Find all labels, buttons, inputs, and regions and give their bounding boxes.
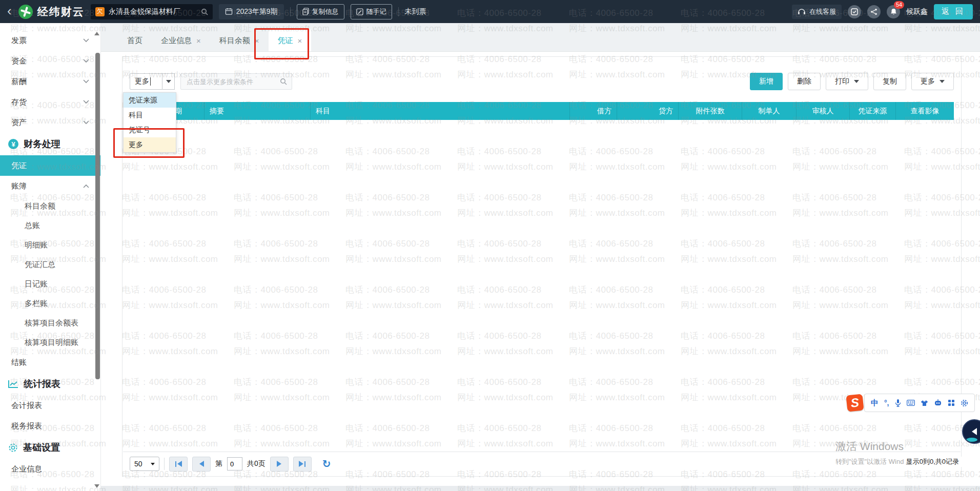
smart-assistant-icon[interactable] xyxy=(934,399,942,406)
period-selector[interactable]: 2023年第9期 xyxy=(219,4,284,19)
chevron-up-icon xyxy=(83,184,89,188)
sidebar-item-label: 资产 xyxy=(11,118,27,128)
company-search[interactable]: 欠 永清县金锐保温材料厂 xyxy=(91,4,213,19)
sidebar-item-结账[interactable]: 结账 xyxy=(0,352,100,373)
scrollbar-up-arrow[interactable] xyxy=(94,32,99,35)
sidebar-item-财务处理[interactable]: ¥财务处理 xyxy=(0,133,100,155)
tab-企业信息[interactable]: 企业信息× xyxy=(152,30,210,51)
sidebar-item-label: 税务报表 xyxy=(11,421,42,431)
brand-logo-icon xyxy=(18,4,33,19)
filter-field-caret-button[interactable] xyxy=(162,73,175,90)
not-arrived-invoice-item[interactable]: 未到票 xyxy=(405,7,426,16)
divider xyxy=(164,458,165,470)
ime-settings-icon[interactable] xyxy=(961,399,968,407)
sidebar-item-核算项目明细账[interactable]: 核算项目明细账 xyxy=(0,333,100,352)
sidebar-item-label: 资金 xyxy=(11,56,27,66)
microphone-icon[interactable] xyxy=(895,399,901,407)
last-page-button[interactable] xyxy=(293,457,312,472)
sidebar-item-发票[interactable]: 发票 xyxy=(0,30,100,51)
search-input[interactable] xyxy=(186,77,280,86)
quick-note-button[interactable]: 随手记 xyxy=(351,4,392,19)
column-header-查看影像[interactable]: 查看影像 xyxy=(896,102,954,120)
tab-首页[interactable]: 首页 xyxy=(118,30,152,51)
notifications-button[interactable]: 54 xyxy=(887,5,900,18)
column-header-摘要[interactable]: 摘要 xyxy=(205,102,311,120)
sidebar-subitem-label: 凭证汇总 xyxy=(25,260,55,270)
sidebar-item-资金[interactable]: 资金 xyxy=(0,51,100,71)
sidebar-item-科目余额[interactable]: 科目余额 xyxy=(0,196,100,216)
sidebar-item-薪酬[interactable]: 薪酬 xyxy=(0,71,100,92)
column-header-贷方[interactable]: 贷方 xyxy=(617,102,679,120)
action-buttons: 新增删除打印复制更多 xyxy=(750,73,954,90)
column-header-科目[interactable]: 科目 xyxy=(311,102,570,120)
notification-badge: 54 xyxy=(894,1,904,9)
filter-field-combo[interactable]: 更多 xyxy=(130,73,162,90)
search-icon xyxy=(280,78,287,85)
sidebar-item-总账[interactable]: 总账 xyxy=(0,216,100,235)
sidebar-item-明细账[interactable]: 明细账 xyxy=(0,235,100,255)
next-page-button[interactable] xyxy=(270,457,289,472)
company-name: 永清县金锐保温材料厂 xyxy=(109,7,197,16)
sidebar-item-企业信息[interactable]: 企业信息 xyxy=(0,459,100,479)
back-chevron-icon[interactable]: ‹ xyxy=(7,4,12,17)
dropdown-option-凭证来源[interactable]: 凭证来源 xyxy=(124,93,176,108)
tab-label: 科目余额 xyxy=(219,36,250,46)
sidebar-item-label: 存货 xyxy=(11,97,27,107)
dropdown-option-科目[interactable]: 科目 xyxy=(124,108,176,122)
sidebar-item-存货[interactable]: 存货 xyxy=(0,92,100,112)
return-button[interactable]: 返 回 xyxy=(934,4,973,19)
punctuation-icon[interactable]: °, xyxy=(884,399,889,407)
scrollbar-down-arrow[interactable] xyxy=(94,484,99,488)
username[interactable]: 候跃鑫 xyxy=(906,7,928,16)
column-header-凭证来源[interactable]: 凭证来源 xyxy=(850,102,896,120)
ime-mode-button[interactable]: 中 xyxy=(871,398,879,408)
sidebar-menu: 发票资金薪酬存货资产¥财务处理凭证账簿科目余额总账明细账凭证汇总日记账多栏账核算… xyxy=(0,23,100,479)
tasks-button[interactable] xyxy=(848,5,861,18)
close-icon[interactable]: × xyxy=(196,36,201,45)
toolbar-button-打印[interactable]: 打印 xyxy=(826,73,868,90)
column-header-制单人[interactable]: 制单人 xyxy=(742,102,797,120)
scrollbar-thumb[interactable] xyxy=(95,53,100,379)
brand: 经纬财云 xyxy=(18,4,85,19)
chevron-down-icon xyxy=(854,80,859,83)
sidebar-item-凭证[interactable]: 凭证 xyxy=(0,155,100,176)
column-label: 查看影像 xyxy=(911,107,940,116)
copy-info-button[interactable]: 复制信息 xyxy=(297,4,344,19)
sidebar-item-账簿[interactable]: 账簿 xyxy=(0,176,100,196)
quick-note-label: 随手记 xyxy=(366,7,386,16)
sidebar-item-资产[interactable]: 资产 xyxy=(0,112,100,133)
divider xyxy=(290,7,291,16)
online-service-button[interactable]: 在线客服 xyxy=(792,5,842,19)
toolbar-button-删除[interactable]: 删除 xyxy=(788,73,821,90)
prev-page-button[interactable] xyxy=(192,457,211,472)
sidebar-item-会计报表[interactable]: 会计报表 xyxy=(0,395,100,416)
sidebar-item-税务报表[interactable]: 税务报表 xyxy=(0,416,100,436)
sogou-logo-icon[interactable]: S xyxy=(846,394,864,412)
toolbox-grid-icon[interactable] xyxy=(948,399,955,406)
column-header-附件张数[interactable]: 附件张数 xyxy=(679,102,742,120)
column-header-借方[interactable]: 借方 xyxy=(570,102,617,120)
sidebar-item-基础设置[interactable]: 基础设置 xyxy=(0,436,100,459)
keyboard-icon[interactable] xyxy=(907,400,915,406)
share-button[interactable] xyxy=(867,5,881,18)
content-panel: 更多 新增删除打印复制更多 日期摘要科目借方贷方附件张数制单人审核人凭证来源查看… xyxy=(122,56,962,477)
sidebar-item-日记账[interactable]: 日记账 xyxy=(0,274,100,294)
toolbar-button-更多[interactable]: 更多 xyxy=(911,73,954,90)
skin-icon[interactable] xyxy=(921,400,928,406)
last-page-icon xyxy=(299,461,303,467)
column-label: 审核人 xyxy=(812,107,834,116)
toolbar-button-复制[interactable]: 复制 xyxy=(873,73,906,90)
toolbar-button-新增[interactable]: 新增 xyxy=(750,73,783,90)
sidebar-subitem-label: 科目余额 xyxy=(25,201,55,211)
sidebar-item-统计报表[interactable]: 统计报表 xyxy=(0,373,100,395)
sidebar-item-凭证汇总[interactable]: 凭证汇总 xyxy=(0,255,100,274)
arrears-badge: 欠 xyxy=(95,7,105,16)
sidebar-item-核算项目余额表[interactable]: 核算项目余额表 xyxy=(0,313,100,333)
column-header-审核人[interactable]: 审核人 xyxy=(797,102,850,120)
first-page-button[interactable] xyxy=(169,457,188,472)
refresh-icon[interactable]: ↻ xyxy=(322,458,331,470)
page-size-select[interactable]: 50 xyxy=(130,457,159,471)
page-number-input[interactable] xyxy=(227,457,242,470)
button-label: 复制 xyxy=(883,77,897,86)
sidebar-item-多栏账[interactable]: 多栏账 xyxy=(0,294,100,313)
